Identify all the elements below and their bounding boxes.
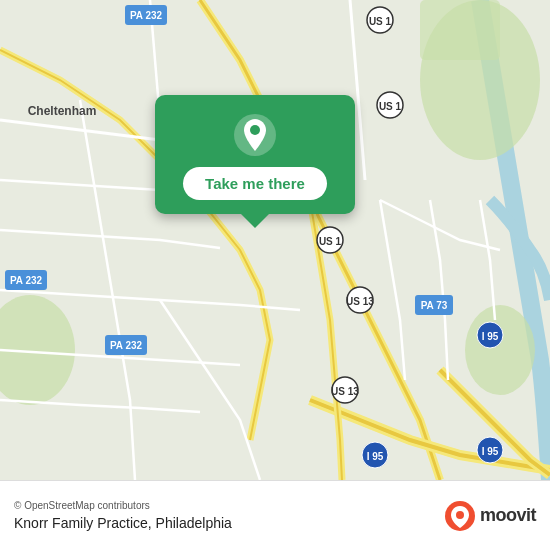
svg-text:PA 232: PA 232 bbox=[130, 10, 163, 21]
svg-text:PA 232: PA 232 bbox=[110, 340, 143, 351]
bottom-bar: © OpenStreetMap contributors Knorr Famil… bbox=[0, 480, 550, 550]
svg-rect-4 bbox=[420, 0, 500, 60]
svg-text:US 1: US 1 bbox=[319, 236, 342, 247]
bottom-left-info: © OpenStreetMap contributors Knorr Famil… bbox=[14, 500, 232, 531]
moovit-text: moovit bbox=[480, 505, 536, 526]
moovit-brand-icon bbox=[444, 500, 476, 532]
location-popup: Take me there bbox=[155, 95, 355, 214]
pin-icon bbox=[233, 113, 277, 157]
svg-point-3 bbox=[465, 305, 535, 395]
svg-text:PA 73: PA 73 bbox=[421, 300, 448, 311]
svg-text:US 13: US 13 bbox=[346, 296, 374, 307]
svg-point-31 bbox=[250, 125, 260, 135]
svg-text:I 95: I 95 bbox=[482, 331, 499, 342]
svg-text:US 13: US 13 bbox=[331, 386, 359, 397]
moovit-logo: moovit bbox=[444, 500, 536, 532]
take-me-there-button[interactable]: Take me there bbox=[183, 167, 327, 200]
svg-text:Cheltenham: Cheltenham bbox=[28, 104, 97, 118]
svg-text:PA 232: PA 232 bbox=[10, 275, 43, 286]
svg-text:I 95: I 95 bbox=[482, 446, 499, 457]
svg-text:US 1: US 1 bbox=[369, 16, 392, 27]
osm-credit: © OpenStreetMap contributors bbox=[14, 500, 232, 511]
svg-text:I 95: I 95 bbox=[367, 451, 384, 462]
map-container: PA 232 US 1 US 1 US 1 PA 232 PA 232 US 1… bbox=[0, 0, 550, 480]
place-name: Knorr Family Practice, Philadelphia bbox=[14, 515, 232, 531]
svg-text:US 1: US 1 bbox=[379, 101, 402, 112]
svg-point-33 bbox=[456, 511, 464, 519]
